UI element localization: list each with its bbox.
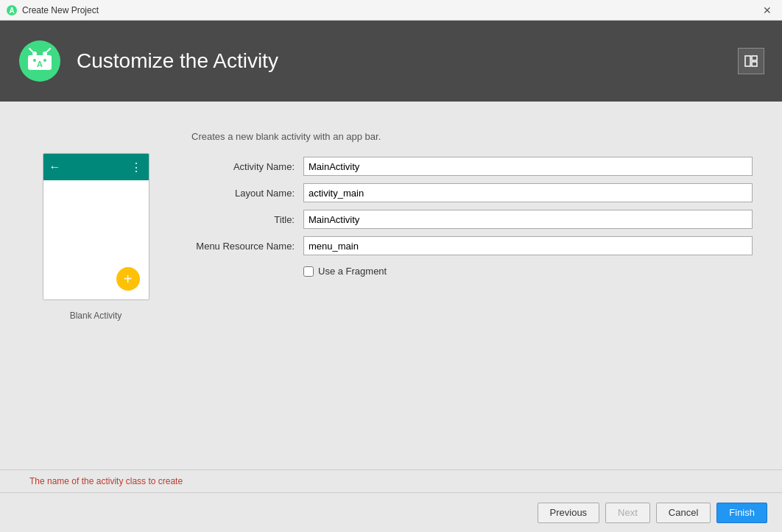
window-layout-icon bbox=[744, 54, 758, 68]
phone-menu-icon: ⋮ bbox=[130, 160, 143, 174]
svg-text:A: A bbox=[9, 7, 14, 15]
window-icon-button[interactable] bbox=[738, 48, 764, 74]
svg-rect-12 bbox=[752, 56, 757, 60]
title-bar-text: Create New Project bbox=[22, 5, 99, 15]
activity-name-row: Activity Name: bbox=[191, 157, 753, 176]
menu-name-input[interactable] bbox=[303, 236, 753, 255]
fragment-checkbox-row: Use a Fragment bbox=[303, 266, 753, 277]
preview-panel: ← ⋮ + Blank Activity bbox=[29, 124, 162, 447]
page-title: Customize the Activity bbox=[77, 49, 278, 73]
title-bar: A Create New Project ✕ bbox=[0, 0, 782, 21]
android-logo: A bbox=[18, 39, 62, 83]
phone-back-icon: ← bbox=[49, 160, 61, 174]
phone-content: + bbox=[43, 180, 149, 299]
android-studio-icon: A bbox=[6, 4, 18, 16]
previous-button[interactable]: Previous bbox=[538, 503, 600, 523]
footer: Previous Next Cancel Finish bbox=[0, 492, 782, 532]
title-bar-left: A Create New Project bbox=[6, 4, 99, 16]
status-bar: The name of the activity class to create bbox=[0, 469, 782, 492]
close-button[interactable]: ✕ bbox=[758, 3, 776, 18]
phone-fab: + bbox=[116, 267, 140, 291]
use-fragment-label[interactable]: Use a Fragment bbox=[318, 266, 387, 277]
form-description: Creates a new blank activity with an app… bbox=[191, 131, 753, 142]
layout-name-input[interactable] bbox=[303, 183, 753, 202]
svg-point-8 bbox=[33, 59, 36, 62]
phone-preview: ← ⋮ + bbox=[43, 153, 149, 300]
svg-point-9 bbox=[43, 59, 46, 62]
finish-button[interactable]: Finish bbox=[716, 503, 767, 523]
use-fragment-checkbox[interactable] bbox=[303, 266, 314, 277]
next-button[interactable]: Next bbox=[605, 503, 650, 523]
svg-text:A: A bbox=[37, 60, 43, 68]
status-message: The name of the activity class to create bbox=[29, 476, 183, 486]
content-body: ← ⋮ + Blank Activity Creates a new blank… bbox=[0, 102, 782, 469]
header-actions bbox=[738, 48, 764, 74]
svg-rect-11 bbox=[745, 56, 750, 66]
title-label: Title: bbox=[191, 214, 295, 225]
layout-name-label: Layout Name: bbox=[191, 188, 295, 199]
phone-app-bar: ← ⋮ bbox=[43, 154, 149, 180]
header: A Customize the Activity bbox=[0, 21, 782, 102]
title-input[interactable] bbox=[303, 210, 753, 229]
menu-name-row: Menu Resource Name: bbox=[191, 236, 753, 255]
svg-point-4 bbox=[32, 52, 37, 56]
cancel-button[interactable]: Cancel bbox=[656, 503, 711, 523]
form-panel: Creates a new blank activity with an app… bbox=[191, 124, 753, 447]
main-content: ← ⋮ + Blank Activity Creates a new blank… bbox=[0, 102, 782, 532]
title-row: Title: bbox=[191, 210, 753, 229]
activity-name-label: Activity Name: bbox=[191, 161, 295, 172]
preview-label: Blank Activity bbox=[70, 311, 122, 321]
svg-point-5 bbox=[43, 52, 47, 56]
layout-name-row: Layout Name: bbox=[191, 183, 753, 202]
activity-name-input[interactable] bbox=[303, 157, 753, 176]
menu-name-label: Menu Resource Name: bbox=[191, 241, 295, 252]
form-grid: Activity Name: Layout Name: Title: Menu … bbox=[191, 157, 753, 277]
svg-rect-13 bbox=[752, 62, 757, 66]
